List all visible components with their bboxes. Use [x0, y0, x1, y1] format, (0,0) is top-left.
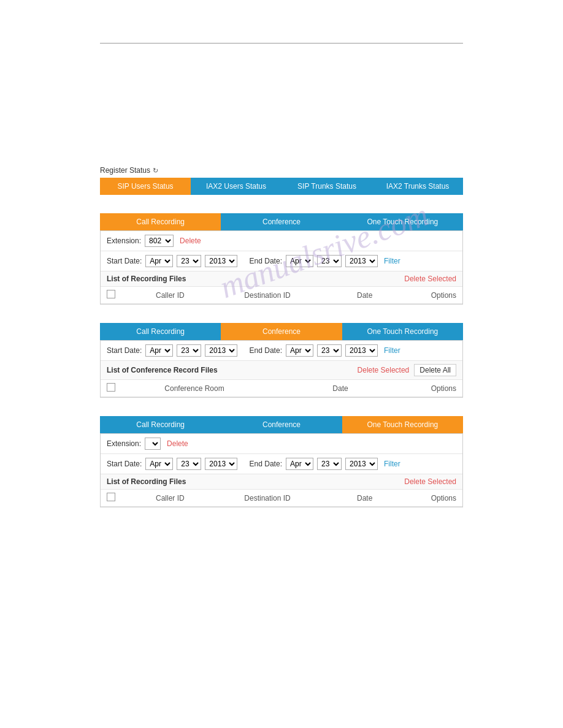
list-actions-2: Delete Selected Delete All [358, 364, 456, 376]
end-month-select-1[interactable]: Apr [286, 255, 313, 267]
col-caller-id-1: Caller ID [121, 291, 219, 300]
col-options-1: Options [413, 291, 456, 300]
date-row-1: Start Date: Apr 23 2013 End Date: Apr 23… [101, 251, 462, 271]
tab-one-touch-1[interactable]: One Touch Recording [342, 213, 463, 230]
table-header-3: Caller ID Destination ID Date Options [101, 490, 462, 507]
filter-button-3[interactable]: Filter [381, 460, 403, 468]
list-header-2: List of Conference Record Files Delete S… [101, 361, 462, 380]
section3-tabs: Call Recording Conference One Touch Reco… [100, 416, 463, 433]
tab-call-recording-3[interactable]: Call Recording [100, 416, 221, 433]
end-date-label-2: End Date: [250, 346, 282, 355]
extension-select-3[interactable] [145, 438, 161, 450]
register-status-label: Register Status ↻ [100, 166, 463, 175]
tab-conference-1[interactable]: Conference [221, 213, 342, 230]
header-checkbox-2[interactable] [107, 383, 115, 392]
extension-select[interactable]: 802 [145, 235, 174, 247]
start-day-select-3[interactable]: 23 [177, 458, 201, 470]
section-one-touch-recording: Call Recording Conference One Touch Reco… [100, 416, 463, 507]
delete-selected-button-2[interactable]: Delete Selected [358, 366, 410, 374]
delete-all-button[interactable]: Delete All [414, 364, 456, 376]
extension-label: Extension: [107, 237, 141, 245]
header-checkbox-1[interactable] [107, 290, 115, 298]
start-date-label-1: Start Date: [107, 257, 142, 265]
start-day-select-1[interactable]: 23 [177, 255, 201, 267]
section2-tabs: Call Recording Conference One Touch Reco… [100, 323, 463, 340]
extension-row: Extension: 802 Delete [101, 231, 462, 251]
tab-iax2-trunks-status[interactable]: IAX2 Trunks Status [372, 178, 463, 195]
col-date-1: Date [316, 291, 413, 300]
table-header-2: Conference Room Date Options [101, 380, 462, 397]
end-date-label-1: End Date: [250, 257, 282, 265]
section1-tabs: Call Recording Conference One Touch Reco… [100, 213, 463, 230]
end-year-select-2[interactable]: 2013 [345, 344, 378, 357]
tab-conference-3[interactable]: Conference [221, 416, 342, 433]
extension-delete-button-3[interactable]: Delete [164, 439, 191, 448]
conference-panel: Start Date: Apr 23 2013 End Date: Apr 23… [100, 340, 463, 398]
extension-label-3: Extension: [107, 439, 141, 448]
tab-conference-2[interactable]: Conference [221, 323, 342, 340]
end-month-select-3[interactable]: Apr [286, 458, 313, 470]
tab-sip-trunks-status[interactable]: SIP Trunks Status [282, 178, 372, 195]
header-checkbox-3[interactable] [107, 493, 115, 501]
start-year-select-2[interactable]: 2013 [205, 344, 237, 357]
section-conference: Call Recording Conference One Touch Reco… [100, 323, 463, 398]
col-caller-id-3: Caller ID [121, 494, 219, 502]
delete-selected-button-1[interactable]: Delete Selected [404, 275, 456, 283]
list-title-1: List of Recording Files [107, 275, 404, 283]
col-options-3: Options [413, 494, 456, 502]
start-month-select-2[interactable]: Apr [145, 344, 173, 357]
list-actions-3: Delete Selected [404, 477, 456, 486]
start-month-select-1[interactable]: Apr [145, 255, 173, 267]
date-row-2: Start Date: Apr 23 2013 End Date: Apr 23… [101, 341, 462, 361]
start-year-select-1[interactable]: 2013 [205, 255, 237, 267]
col-date-3: Date [316, 494, 413, 502]
list-title-2: List of Conference Record Files [107, 366, 358, 374]
list-header-1: List of Recording Files Delete Selected [101, 271, 462, 287]
extension-row-3: Extension: Delete [101, 434, 462, 454]
end-day-select-1[interactable]: 23 [317, 255, 342, 267]
start-year-select-3[interactable]: 2013 [205, 458, 237, 470]
extension-delete-button[interactable]: Delete [177, 237, 204, 245]
tab-iax2-users-status[interactable]: IAX2 Users Status [191, 178, 282, 195]
table-header-1: Caller ID Destination ID Date Options [101, 287, 462, 304]
start-date-label-3: Start Date: [107, 460, 142, 468]
tab-one-touch-2[interactable]: One Touch Recording [342, 323, 463, 340]
filter-button-1[interactable]: Filter [381, 257, 403, 265]
call-recording-panel: Extension: 802 Delete Start Date: Apr 23… [100, 230, 463, 305]
start-day-select-2[interactable]: 23 [177, 344, 201, 357]
col-destination-id-1: Destination ID [219, 291, 316, 300]
refresh-icon[interactable]: ↻ [153, 167, 158, 175]
start-date-label-2: Start Date: [107, 346, 142, 355]
date-row-3: Start Date: Apr 23 2013 End Date: Apr 23… [101, 454, 462, 474]
filter-button-2[interactable]: Filter [381, 346, 403, 355]
end-date-label-3: End Date: [250, 460, 282, 468]
one-touch-panel: Extension: Delete Start Date: Apr 23 201… [100, 433, 463, 507]
register-status-section: Register Status ↻ SIP Users Status IAX2 … [100, 166, 463, 195]
tab-call-recording-1[interactable]: Call Recording [100, 213, 221, 230]
tab-call-recording-2[interactable]: Call Recording [100, 323, 221, 340]
tab-sip-users-status[interactable]: SIP Users Status [100, 178, 191, 195]
list-header-3: List of Recording Files Delete Selected [101, 474, 462, 490]
tab-one-touch-3[interactable]: One Touch Recording [342, 416, 463, 433]
col-date-2: Date [267, 384, 413, 393]
end-year-select-1[interactable]: 2013 [345, 255, 378, 267]
end-day-select-3[interactable]: 23 [317, 458, 342, 470]
delete-selected-button-3[interactable]: Delete Selected [404, 477, 456, 486]
col-destination-id-3: Destination ID [219, 494, 316, 502]
start-month-select-3[interactable]: Apr [145, 458, 173, 470]
col-conference-room: Conference Room [121, 384, 267, 393]
register-status-tabs: SIP Users Status IAX2 Users Status SIP T… [100, 178, 463, 195]
col-options-2: Options [413, 384, 456, 393]
end-month-select-2[interactable]: Apr [286, 344, 313, 357]
list-actions-1: Delete Selected [404, 275, 456, 283]
end-year-select-3[interactable]: 2013 [345, 458, 378, 470]
section-call-recording: Call Recording Conference One Touch Reco… [100, 213, 463, 305]
list-title-3: List of Recording Files [107, 477, 404, 486]
end-day-select-2[interactable]: 23 [317, 344, 342, 357]
